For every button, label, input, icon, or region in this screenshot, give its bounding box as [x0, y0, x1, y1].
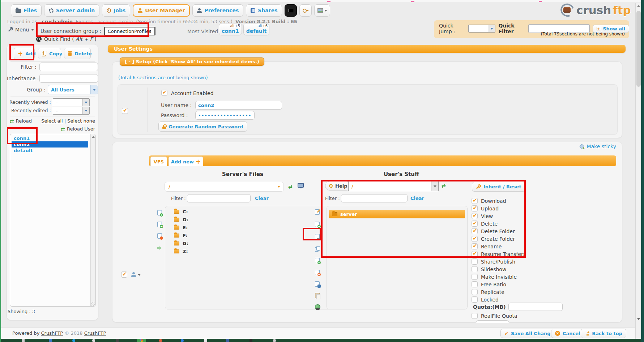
crushftp-link[interactable]: CrushFTP: [84, 330, 106, 336]
refresh-arrows-icon[interactable]: ⇄: [442, 183, 446, 188]
users-stuff-filter-input[interactable]: [341, 194, 408, 202]
copy-item-icon[interactable]: [315, 246, 320, 251]
taskbar-icon[interactable]: [181, 339, 184, 342]
web-link-icon[interactable]: [315, 304, 320, 310]
edit-item-icon[interactable]: [315, 209, 320, 215]
permission-checkbox[interactable]: [472, 296, 478, 303]
chevron-down-icon[interactable]: [138, 274, 141, 276]
delete-user-button[interactable]: Delete: [64, 48, 91, 59]
user-list-item[interactable]: conn1: [12, 135, 88, 141]
key-button[interactable]: [299, 4, 312, 17]
user-icon[interactable]: [131, 272, 136, 277]
password-input[interactable]: [195, 111, 255, 120]
drive-item[interactable]: C:: [174, 209, 188, 214]
user-list-item[interactable]: default: [12, 148, 88, 154]
permission-checkbox[interactable]: [472, 251, 478, 257]
vfs-row-checkbox[interactable]: [121, 272, 127, 278]
drive-item[interactable]: E:: [174, 225, 188, 230]
delete-item-icon[interactable]: −: [157, 233, 162, 239]
tab-vfs[interactable]: VFS: [150, 157, 167, 166]
taskbar-icon[interactable]: [204, 339, 207, 342]
username-input[interactable]: [195, 101, 282, 110]
scrollbar-thumb[interactable]: [636, 11, 641, 87]
most-visited-default-button[interactable]: alt+6 default: [243, 23, 269, 35]
quick-jump-select[interactable]: [468, 25, 496, 33]
drive-item[interactable]: D:: [174, 217, 188, 222]
back-to-top-button[interactable]: Back to top: [581, 329, 626, 338]
taskbar-icon[interactable]: [72, 339, 75, 342]
menu-toggle[interactable]: Menu: [8, 27, 34, 33]
nav-tab-jobs[interactable]: Jobs: [102, 4, 130, 17]
cancel-button[interactable]: ×Cancel: [551, 329, 584, 338]
user-filter-input[interactable]: [39, 63, 98, 71]
nav-tab-user-manager[interactable]: User Manager: [133, 4, 190, 17]
permission-checkbox[interactable]: [472, 274, 478, 280]
taskbar-icon[interactable]: [49, 339, 52, 342]
permission-checkbox[interactable]: [472, 205, 478, 211]
terminal-button[interactable]: [285, 4, 297, 17]
resize-grip[interactable]: [91, 302, 95, 306]
permission-checkbox[interactable]: [472, 281, 478, 287]
paste-item-icon[interactable]: [315, 293, 320, 298]
permission-checkbox[interactable]: [472, 258, 478, 265]
tab-add-new[interactable]: Add new+: [169, 157, 203, 166]
save-item-icon[interactable]: [315, 281, 320, 287]
nav-tab-files[interactable]: Files: [11, 4, 42, 17]
page-scrollbar[interactable]: [635, 3, 641, 339]
quick-find[interactable]: Quick Find ( Alt + F ): [36, 36, 97, 42]
group-select[interactable]: All Users: [48, 85, 98, 94]
server-path-select[interactable]: /: [165, 182, 284, 192]
computer-drive-icon[interactable]: [298, 183, 304, 188]
reload-link[interactable]: ⇄Reload: [10, 118, 32, 124]
image-menu-button[interactable]: [314, 4, 330, 17]
taskbar-icon[interactable]: [22, 339, 25, 342]
link-item-icon[interactable]: [315, 234, 320, 239]
copy-user-button[interactable]: Copy: [38, 48, 61, 59]
taskbar-active-app[interactable]: [137, 339, 146, 342]
remove-item-icon[interactable]: −: [157, 222, 162, 227]
inheritance-input[interactable]: [39, 74, 98, 83]
drive-item[interactable]: Z:: [174, 249, 188, 254]
move-right-arrow-icon[interactable]: [157, 246, 162, 250]
user-connection-group-select[interactable]: ConnectionProfiles: [104, 27, 155, 35]
add-item-icon[interactable]: +: [157, 210, 162, 215]
inherit-reset-button[interactable]: Inherit / Reset: [472, 182, 525, 192]
account-enabled-checkbox[interactable]: [161, 90, 167, 96]
permission-checkbox[interactable]: [472, 266, 478, 272]
taskbar-icon[interactable]: [92, 339, 95, 342]
taskbar-icon[interactable]: [226, 339, 229, 342]
most-visited-conn1-button[interactable]: alt+5 conn1: [219, 23, 242, 35]
make-sticky-link[interactable]: Make sticky: [579, 144, 616, 149]
taskbar-icon[interactable]: [116, 339, 119, 342]
setup-section-badge[interactable]: [ - ] Setup (Click 'Show All' to see inh…: [120, 57, 264, 66]
nav-tab-preferences[interactable]: Preferences: [192, 4, 243, 17]
permission-checkbox[interactable]: [472, 213, 478, 219]
permission-checkbox[interactable]: [472, 236, 478, 242]
select-none-link[interactable]: Select none: [67, 118, 95, 124]
help-button[interactable]: Help: [325, 181, 351, 191]
nav-tab-server-admin[interactable]: Server Admin: [44, 4, 99, 17]
nav-tab-shares[interactable]: Shares: [246, 4, 282, 17]
recently-viewed-select[interactable]: -: [53, 98, 90, 106]
user-list-item[interactable]: conn2: [12, 141, 88, 148]
permission-checkbox[interactable]: [472, 221, 478, 227]
remove-virtual-item-icon[interactable]: −: [315, 258, 320, 263]
delete-virtual-item-icon[interactable]: −: [315, 270, 320, 275]
permission-checkbox[interactable]: [472, 289, 478, 295]
recently-edited-select[interactable]: -: [53, 107, 90, 115]
user-path-select[interactable]: /: [348, 181, 439, 191]
permission-checkbox[interactable]: [472, 228, 478, 234]
drive-item[interactable]: G:: [174, 241, 188, 246]
taskbar-icon[interactable]: [273, 339, 276, 342]
permission-checkbox[interactable]: [472, 243, 478, 249]
user-folder-item[interactable]: server: [329, 210, 465, 218]
drive-item[interactable]: F:: [174, 233, 187, 238]
quota-input[interactable]: [508, 303, 563, 311]
add-user-button[interactable]: +Add: [14, 48, 35, 59]
taskbar-icon[interactable]: [250, 339, 252, 342]
user-list-scrollbar[interactable]: [90, 134, 95, 306]
refresh-arrows-icon[interactable]: ⇄: [288, 184, 293, 189]
select-all-link[interactable]: Select all: [41, 118, 63, 124]
generate-random-password-button[interactable]: Generate Random Password: [158, 121, 247, 132]
setup-row-checkbox[interactable]: [122, 108, 128, 114]
